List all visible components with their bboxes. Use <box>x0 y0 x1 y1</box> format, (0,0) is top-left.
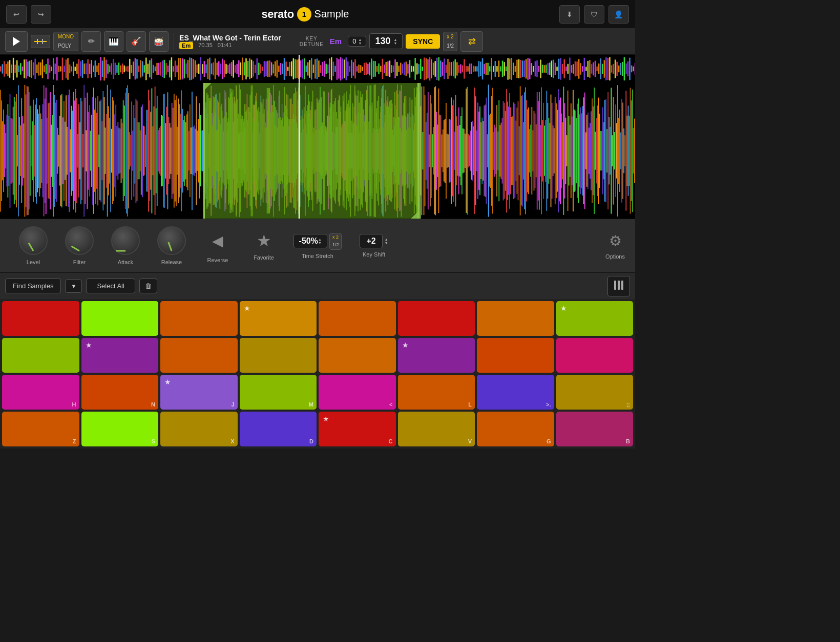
svg-rect-291 <box>522 60 523 77</box>
pen-mode-button[interactable]: ✏ <box>81 31 101 52</box>
ts-arrows[interactable]: ▲▼ <box>318 238 322 245</box>
pad-15[interactable] <box>556 338 634 373</box>
svg-rect-315 <box>565 67 567 71</box>
favorite-button[interactable]: ★ Favorite <box>241 231 287 261</box>
svg-rect-154 <box>273 65 275 74</box>
grid-icon <box>613 280 624 291</box>
svg-rect-317 <box>569 57 571 80</box>
track-title: ES_What We Got - Terin Ector <box>179 34 281 42</box>
find-samples-button[interactable]: Find Samples <box>5 279 61 293</box>
svg-rect-71 <box>122 63 123 74</box>
svg-rect-237 <box>424 57 425 80</box>
track-sub: Em 70.35 01:41 <box>179 42 281 49</box>
delete-button[interactable]: 🗑 <box>139 279 157 293</box>
pad-26[interactable]: X <box>160 412 238 446</box>
pad-27[interactable]: D <box>240 412 317 446</box>
pad-6[interactable] <box>477 301 554 336</box>
mult-button[interactable]: x 2 1/2 <box>443 32 457 51</box>
svg-rect-22 <box>33 62 34 76</box>
level-knob-container: Level <box>10 226 56 265</box>
pad-24[interactable]: Z <box>2 412 79 446</box>
svg-rect-151 <box>267 61 269 77</box>
pad-28[interactable]: ★C <box>319 412 396 446</box>
svg-rect-92 <box>160 62 161 75</box>
loop-button[interactable]: ⇄ <box>460 31 483 52</box>
play-button[interactable] <box>5 31 28 52</box>
filter-knob[interactable] <box>65 226 94 255</box>
pad-8[interactable] <box>2 338 79 373</box>
level-knob[interactable] <box>19 226 48 255</box>
svg-rect-239 <box>427 59 429 78</box>
svg-rect-184 <box>327 65 329 73</box>
release-knob[interactable] <box>157 226 186 255</box>
svg-rect-251 <box>449 62 451 76</box>
svg-rect-319 <box>573 64 574 74</box>
pad-0[interactable] <box>2 301 79 336</box>
pad-17[interactable]: N <box>81 375 159 410</box>
play-icon <box>13 37 20 46</box>
svg-rect-197 <box>351 60 352 78</box>
pad-23[interactable]: ;; <box>556 375 634 410</box>
pad-3[interactable]: ★ <box>240 301 317 336</box>
pad-5[interactable] <box>398 301 475 336</box>
redo-button[interactable]: ↪ <box>31 5 51 24</box>
pad-18[interactable]: ★J <box>160 375 238 410</box>
pad-14[interactable] <box>477 338 554 373</box>
drum-mode-button[interactable]: 🥁 <box>149 31 169 52</box>
pad-13[interactable]: ★ <box>398 338 475 373</box>
pad-2[interactable] <box>160 301 238 336</box>
svg-rect-213 <box>380 66 382 72</box>
svg-rect-74 <box>128 66 129 72</box>
undo-button[interactable]: ↩ <box>6 5 27 24</box>
piano-mode-button[interactable]: 🎹 <box>104 31 123 52</box>
sync-button[interactable]: SYNC <box>406 34 440 49</box>
svg-rect-124 <box>218 61 220 77</box>
waveform-overview[interactable] <box>0 55 635 83</box>
bpm-arrows[interactable]: ▲▼ <box>393 38 397 45</box>
svg-rect-189 <box>337 58 338 80</box>
pad-9[interactable]: ★ <box>81 338 159 373</box>
svg-rect-30 <box>47 58 49 79</box>
pad-11[interactable] <box>240 338 317 373</box>
svg-rect-285 <box>511 58 513 80</box>
pad-21[interactable]: L <box>398 375 475 410</box>
pad-19[interactable]: M <box>240 375 317 410</box>
svg-rect-180 <box>320 65 322 73</box>
pad-30[interactable]: G <box>477 412 554 446</box>
pad-16[interactable]: H <box>2 375 79 410</box>
pad-31[interactable]: B <box>556 412 634 446</box>
svg-rect-142 <box>251 60 253 78</box>
download-button[interactable]: ⬇ <box>559 5 580 24</box>
svg-rect-178 <box>317 58 318 79</box>
pad-12[interactable] <box>319 338 396 373</box>
snap-mode-button[interactable] <box>31 35 50 48</box>
pad-20[interactable]: < <box>319 375 396 410</box>
shield-button[interactable]: 🛡 <box>584 5 604 24</box>
options-button[interactable]: ⚙ Options <box>605 232 625 260</box>
svg-rect-196 <box>349 66 351 72</box>
svg-rect-241 <box>431 59 432 78</box>
svg-rect-211 <box>376 66 378 72</box>
pad-4[interactable] <box>319 301 396 336</box>
pad-29[interactable]: V <box>398 412 475 446</box>
grid-view-button[interactable] <box>607 276 630 296</box>
ts-mult-button[interactable]: x 2 1/2 <box>329 233 342 250</box>
attack-knob[interactable] <box>111 226 140 255</box>
key-shift-arrows[interactable]: ▲▼ <box>358 38 362 45</box>
svg-rect-282 <box>506 67 507 71</box>
reverse-button[interactable]: ◀ Reverse <box>195 228 241 263</box>
ks-arrows[interactable]: ▲▼ <box>385 238 388 245</box>
select-all-button[interactable]: Select All <box>86 279 135 293</box>
user-button[interactable]: 👤 <box>608 5 629 24</box>
svg-rect-135 <box>238 60 240 77</box>
reverse-label: Reverse <box>207 257 228 263</box>
waveform-main[interactable] <box>0 83 635 219</box>
pad-22[interactable]: >. <box>477 375 554 410</box>
pad-10[interactable] <box>160 338 238 373</box>
mono-poly-button[interactable]: MONO POLY <box>53 32 78 51</box>
find-samples-dropdown[interactable]: ▼ <box>65 280 82 293</box>
guitar-mode-button[interactable]: 🎸 <box>127 31 146 52</box>
pad-1[interactable] <box>81 301 159 336</box>
pad-25[interactable]: S <box>81 412 159 446</box>
pad-7[interactable]: ★ <box>556 301 634 336</box>
